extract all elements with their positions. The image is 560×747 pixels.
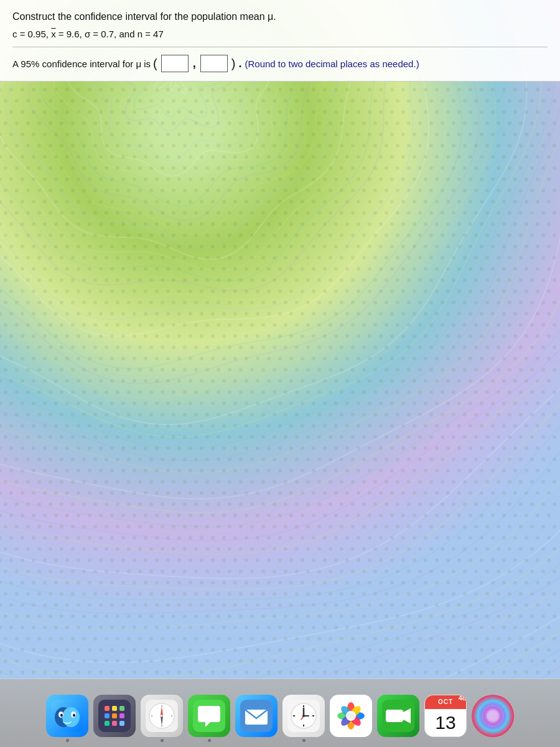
photos-svg [335, 700, 367, 732]
launchpad-icon [93, 695, 136, 737]
svg-rect-15 [112, 721, 117, 726]
clock-icon [282, 695, 325, 737]
svg-rect-14 [105, 721, 110, 726]
period: . [238, 57, 241, 70]
svg-point-2 [62, 707, 80, 727]
safari-svg [146, 700, 178, 732]
svg-point-6 [73, 713, 75, 716]
dock-item-calendar[interactable]: OCT 13 48 [424, 687, 467, 737]
background-canvas [0, 0, 560, 747]
messages-svg [193, 700, 225, 732]
dock-item-finder[interactable] [46, 687, 88, 737]
svg-rect-8 [105, 706, 110, 711]
answer-label: A 95% confidence interval for μ is [12, 59, 151, 69]
answer-row: A 95% confidence interval for μ is ( , )… [12, 55, 548, 72]
dot-separator: , [193, 57, 196, 70]
dock-item-launchpad[interactable] [93, 687, 136, 737]
lower-bound-input[interactable] [161, 55, 189, 72]
svg-rect-10 [119, 706, 124, 711]
dock-item-messages[interactable] [188, 687, 230, 737]
messages-icon [188, 695, 230, 737]
divider [12, 47, 548, 47]
photos-icon [330, 695, 372, 737]
dock: OCT 13 48 [0, 679, 560, 747]
siri-icon [472, 695, 514, 737]
svg-point-56 [487, 710, 499, 722]
rounding-note: (Round to two decimal places as needed.) [245, 59, 419, 69]
finder-svg [51, 700, 83, 732]
messages-dot [208, 739, 211, 742]
calendar-day: 13 [435, 709, 455, 736]
svg-rect-11 [105, 713, 110, 718]
given-values-text: c = 0.95, x = 9.6, σ = 0.7, and n = 47 [12, 29, 548, 39]
dock-item-clock[interactable] [282, 687, 325, 737]
svg-rect-52 [386, 710, 403, 722]
safari-dot [161, 739, 164, 742]
dock-item-mail[interactable] [235, 687, 278, 737]
svg-rect-9 [112, 706, 117, 711]
mail-svg [240, 700, 273, 732]
facetime-svg [382, 700, 414, 732]
content-panel: Construct the confidence interval for th… [0, 0, 560, 82]
close-paren: ) [231, 57, 236, 71]
safari-icon [141, 695, 183, 737]
svg-point-39 [302, 715, 305, 717]
launchpad-svg [98, 700, 131, 732]
dock-item-siri[interactable] [472, 687, 514, 737]
siri-svg [472, 695, 514, 737]
svg-rect-16 [119, 721, 124, 726]
finder-icon [46, 695, 88, 737]
svg-rect-13 [119, 713, 124, 718]
calendar-icon: OCT 13 48 [424, 695, 467, 737]
svg-point-5 [60, 713, 63, 716]
svg-rect-12 [112, 713, 117, 718]
clock-svg [287, 700, 320, 732]
facetime-icon [377, 695, 419, 737]
svg-point-50 [348, 713, 354, 719]
clock-dot [302, 739, 306, 742]
question-text: Construct the confidence interval for th… [12, 11, 548, 22]
dock-item-safari[interactable] [141, 687, 183, 737]
calendar-badge: 48 [456, 695, 467, 704]
open-paren: ( [153, 57, 157, 71]
finder-dot [66, 739, 69, 742]
dock-item-photos[interactable] [330, 687, 372, 737]
dock-item-facetime[interactable] [377, 687, 419, 737]
mail-icon [235, 695, 278, 737]
upper-bound-input[interactable] [200, 55, 228, 72]
